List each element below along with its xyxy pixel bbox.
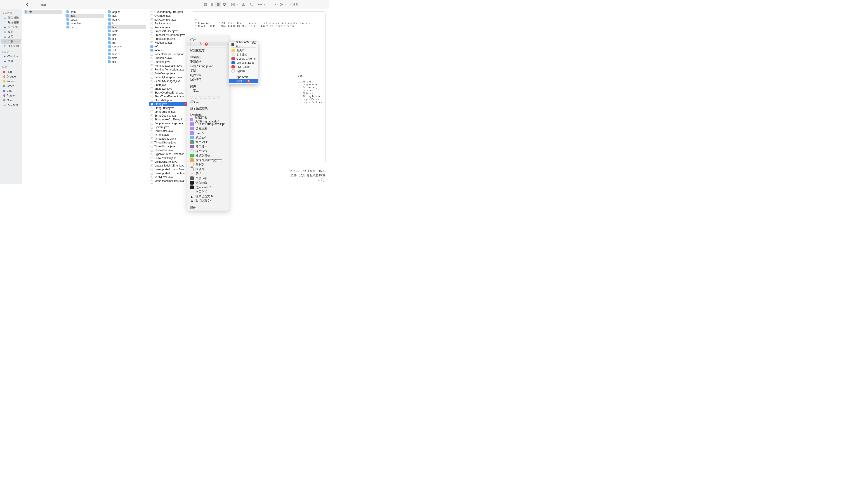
file-row[interactable]: ReflectiveOpe…xception.java [149, 52, 188, 56]
file-row[interactable]: math› [107, 29, 146, 33]
cm-move-to[interactable]: 移动到› [187, 167, 229, 171]
cm-share[interactable]: 共享… [187, 89, 229, 93]
file-row[interactable]: UNIXProcess.java [149, 156, 188, 160]
tag-circle[interactable] [208, 96, 211, 99]
file-row[interactable]: RuntimePermission.java [149, 68, 188, 71]
cm-encrypt2[interactable]: 加密压缩 [187, 176, 229, 181]
cm-duplicate[interactable]: 复制 [187, 68, 229, 73]
cm-tag-circles[interactable] [187, 95, 229, 100]
submenu-item[interactable]: 备忘录 [229, 48, 258, 53]
cm-tags[interactable]: 标签… [187, 100, 229, 104]
cm-info[interactable]: 显示简介 [187, 55, 229, 59]
file-row[interactable]: text› [107, 52, 146, 56]
tag-circle[interactable] [213, 96, 215, 99]
sidebar-item[interactable]: ⬇下载 [1, 39, 21, 43]
action-button[interactable] [257, 2, 263, 7]
file-row[interactable]: Unsupported…rsionError.java [149, 167, 188, 171]
cm-compress[interactable]: 压缩 “String.java” [187, 64, 229, 68]
cm-fastzip[interactable]: FastZip› [187, 131, 229, 135]
file-row[interactable]: io› [107, 22, 146, 25]
tag-circle[interactable] [199, 96, 202, 99]
file-row[interactable]: nio› [107, 37, 146, 41]
cm-zip2[interactable]: 压缩为"String.java.zip" [187, 122, 229, 126]
file-row[interactable]: String.java1 [149, 102, 188, 106]
file-row[interactable]: javax› [65, 18, 104, 22]
search-input[interactable] [293, 3, 326, 6]
submenu-item[interactable]: /文本编辑 [229, 53, 258, 57]
file-row[interactable]: Void.java [149, 183, 188, 184]
sidebar-item[interactable]: ☁iCloud 云盘 [1, 54, 21, 59]
search-box[interactable] [289, 2, 327, 7]
file-row[interactable]: lang› [107, 25, 146, 29]
file-row[interactable]: StringCoding.java [149, 113, 188, 118]
file-row[interactable]: StringIndexO…Exception.java [149, 118, 188, 121]
column-2[interactable]: com›java›javax›launcher›org› [64, 9, 106, 184]
file-row[interactable]: UnsatisfiedLinkError.java [149, 164, 188, 167]
sidebar-tag[interactable]: Orange [1, 74, 21, 79]
sidebar-item[interactable]: ▤文稿 [1, 34, 21, 39]
file-row[interactable]: StackTraceElement.java [149, 94, 188, 98]
cm-encrypt[interactable]: 加密压缩› [187, 126, 229, 131]
file-row[interactable]: SecurityManager.java [149, 79, 188, 83]
submenu-item[interactable]: App Store… [229, 75, 258, 79]
file-row[interactable]: StringBuilder.java [149, 110, 188, 113]
file-row[interactable]: ref› [149, 44, 188, 48]
cm-desktop-shortcut[interactable]: 发送到桌面快捷方式 [187, 158, 229, 162]
sidebar-tag[interactable]: Red [1, 70, 21, 74]
file-row[interactable]: ProcessImpl.java [149, 37, 188, 41]
cm-trash[interactable]: 移到废纸篓 [187, 48, 229, 53]
file-row[interactable]: SecurityException.java [149, 75, 188, 79]
file-row[interactable]: applet› [107, 10, 146, 14]
sidebar-tag[interactable]: Green [1, 84, 21, 88]
sidebar-item[interactable]: ⊙最近使用 [1, 20, 21, 25]
file-row[interactable]: Unsupported…Exception.java [149, 171, 188, 175]
sidebar-item[interactable]: ☁共享 [1, 59, 21, 63]
cm-open[interactable]: 打开 [187, 37, 229, 42]
file-row[interactable]: Override.java [149, 14, 188, 18]
submenu-item[interactable]: Microsoft Edge [229, 61, 258, 65]
more-button[interactable]: ⋯ 更多… [318, 174, 326, 183]
submenu-item[interactable]: PDF Expert [229, 65, 258, 69]
file-row[interactable]: ThreadGroup.java [149, 140, 188, 144]
file-row[interactable]: Thread.java [149, 133, 188, 137]
cm-preview-opts[interactable]: 显示预览选项 [187, 106, 229, 111]
file-row[interactable]: ProcessEnvironment.java [149, 33, 188, 37]
file-row[interactable]: OutOfMemoryError.java [149, 10, 188, 14]
sidebar-tag[interactable]: ◎所有标签… [1, 103, 21, 107]
file-row[interactable]: ProcessBuilder.java [149, 29, 188, 33]
sidebar-tag[interactable]: Gray [1, 98, 21, 103]
file-row[interactable]: VirtualMachineError.java [149, 179, 188, 183]
cm-copy-to[interactable]: 复制到› [187, 162, 229, 167]
file-row[interactable]: ThreadLocal.java [149, 144, 188, 148]
group-button[interactable] [230, 2, 236, 7]
file-row[interactable]: Runtime.java [149, 60, 188, 64]
submenu-item[interactable]: TTypora [229, 69, 258, 73]
sidebar-tag[interactable]: Yellow [1, 79, 21, 84]
cm-newfile[interactable]: 新建文件› [187, 135, 229, 140]
file-row[interactable]: org› [65, 25, 104, 29]
column-3[interactable]: applet›awt›beans›io›lang›math›net›nio›rm… [106, 9, 148, 184]
view-list-button[interactable] [209, 2, 215, 7]
file-row[interactable]: TypeNotPrese…xception.java [149, 152, 188, 156]
file-row[interactable]: SuppressWarnings.java [149, 121, 188, 125]
file-row[interactable]: util› [107, 60, 146, 64]
cm-cut[interactable]: ✂剪切 [187, 171, 229, 176]
tags-button[interactable] [249, 2, 255, 7]
sidebar-item[interactable]: ▣应用程序 [1, 25, 21, 29]
back-button[interactable] [24, 2, 30, 7]
share-button[interactable] [241, 2, 247, 7]
view-gallery-button[interactable] [221, 2, 228, 7]
file-row[interactable]: package-info.java [149, 18, 188, 22]
cm-zip1[interactable]: 秒速打包为"String.java.zip" [187, 117, 229, 122]
file-row[interactable]: reflect› [149, 48, 188, 52]
file-row[interactable]: ThreadDeath.java [149, 137, 188, 140]
file-row[interactable]: Short.java [149, 83, 188, 87]
file-row[interactable]: awt› [107, 14, 146, 18]
file-row[interactable]: net› [107, 33, 146, 37]
file-row[interactable]: security› [107, 44, 146, 48]
file-row[interactable]: java› [65, 14, 104, 18]
cm-quicklook[interactable]: 快速查看 [187, 77, 229, 82]
file-row[interactable]: RuntimeException.java [149, 64, 188, 68]
sidebar-tag[interactable]: Purple [1, 93, 21, 98]
file-row[interactable]: UnknownError.java [149, 160, 188, 164]
